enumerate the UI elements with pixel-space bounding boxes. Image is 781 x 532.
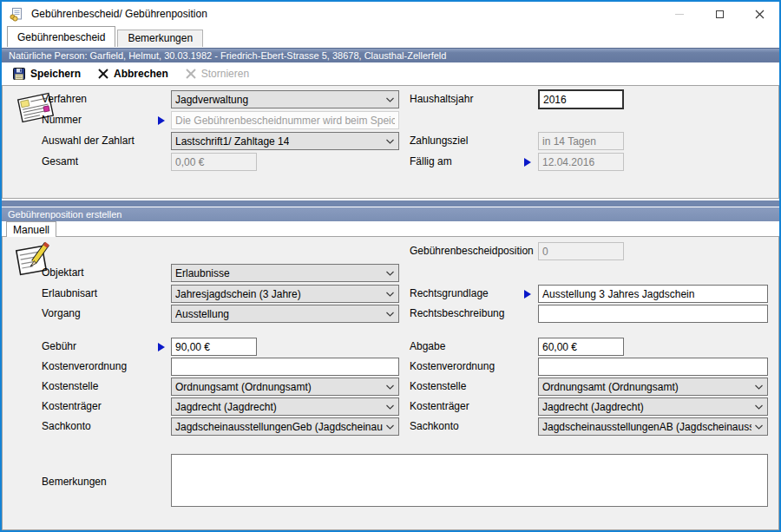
nummer-label: Nummer [42, 111, 82, 129]
objektart-label: Objektart [42, 264, 84, 282]
rechtsbeschreibung-label: Rechtsbeschreibung [410, 305, 504, 323]
person-info-bar: Natürliche Person: Garfield, Helmut, 30.… [2, 48, 779, 62]
save-button[interactable]: Speichern [8, 66, 86, 82]
zahlungsziel-label: Zahlungsziel [410, 132, 468, 150]
close-icon [755, 10, 765, 19]
gebuehrenbescheidposition-label: Gebührenbescheidposition [410, 242, 534, 260]
save-floppy-icon [13, 68, 25, 80]
kostentraeger-right-select[interactable]: Jagdrecht (Jagdrecht) [538, 397, 768, 416]
zahlart-select[interactable]: Lastschrift1/ Zahltage 14 [171, 132, 399, 150]
gebuehr-label: Gebühr [42, 338, 76, 356]
tab-manuell[interactable]: Manuell [6, 221, 56, 237]
save-label: Speichern [30, 68, 81, 80]
gesamt-label: Gesamt [42, 153, 78, 171]
kostentraeger-left-value: Jagdrecht (Jagdrecht) [175, 401, 277, 413]
chevron-down-icon [755, 404, 763, 410]
kostenstelle-left-select[interactable]: Ordnungsamt (Ordnungsamt) [171, 378, 399, 396]
required-arrow-icon [158, 343, 165, 351]
chevron-down-icon [386, 312, 394, 317]
sachkonto-right-label: Sachkonto [410, 417, 459, 436]
kostenstelle-right-select[interactable]: Ordnungsamt (Ordnungsamt) [538, 378, 768, 396]
objektart-select[interactable]: Erlaubnisse [171, 264, 399, 282]
sachkonto-right-select[interactable]: JagdscheinausstellungenAB (Jagdscheinaus… [538, 417, 768, 436]
abgabe-input[interactable] [538, 338, 624, 356]
rechtsbeschreibung-input[interactable] [538, 305, 768, 323]
required-arrow-icon [524, 158, 531, 167]
section-header: Gebührenposition erstellen [2, 207, 779, 221]
dialog-window: Gebührenbescheid/ Gebührenposition Gebüh… [0, 0, 781, 532]
sachkonto-left-label: Sachkonto [42, 417, 91, 436]
vorgang-select[interactable]: Ausstellung [171, 305, 399, 323]
erlaubnisart-value: Jahresjagdschein (3 Jahre) [175, 288, 301, 300]
vorgang-label: Vorgang [42, 305, 81, 323]
tab-bemerkungen[interactable]: Bemerkungen [117, 30, 203, 47]
faellig-input [538, 153, 624, 171]
minimize-button [660, 2, 699, 26]
chevron-down-icon [386, 424, 394, 430]
fee-document-icon [9, 7, 23, 22]
maximize-icon [716, 10, 724, 18]
cancel-button[interactable]: Abbrechen [93, 66, 174, 82]
minimize-icon [675, 14, 684, 15]
kostenstelle-left-value: Ordnungsamt (Ordnungsamt) [175, 381, 312, 393]
kostentraeger-left-select[interactable]: Jagdrecht (Jagdrecht) [171, 397, 399, 416]
rechtsgrundlage-input[interactable] [538, 285, 768, 303]
sachkonto-left-value: JagdscheinausstellungenGeb (Jagdscheinau… [175, 421, 383, 433]
chevron-down-icon [386, 97, 394, 102]
kostentraeger-left-label: Kostenträger [42, 397, 102, 416]
chevron-down-icon [386, 271, 394, 276]
storno-button: Stornieren [180, 66, 254, 82]
storno-label: Stornieren [201, 68, 249, 80]
chevron-down-icon [386, 384, 394, 390]
chevron-down-icon [755, 384, 763, 390]
sachkonto-left-select[interactable]: JagdscheinausstellungenGeb (Jagdscheinau… [171, 417, 399, 436]
maximize-button[interactable] [699, 2, 739, 26]
section-divider [2, 200, 779, 207]
close-button[interactable] [739, 2, 779, 26]
required-arrow-icon [158, 116, 165, 125]
vorgang-value: Ausstellung [175, 308, 229, 320]
kostentraeger-right-label: Kostenträger [410, 397, 469, 416]
zahlart-value: Lastschrift1/ Zahltage 14 [175, 135, 289, 148]
chevron-down-icon [386, 292, 394, 297]
objektart-value: Erlaubnisse [175, 267, 230, 279]
cancel-label: Abbrechen [114, 68, 168, 80]
gebuehrenbescheidposition-input [538, 242, 624, 260]
sachkonto-right-value: JagdscheinausstellungenAB (Jagdscheinaus… [542, 421, 751, 433]
kostenstelle-left-label: Kostenstelle [42, 378, 98, 396]
nummer-input[interactable] [171, 111, 399, 129]
window-title: Gebührenbescheid/ Gebührenposition [31, 8, 207, 20]
faellig-label: Fällig am [410, 153, 452, 171]
haushaltsjahr-label: Haushaltsjahr [410, 90, 473, 108]
kostenverordnung-left-label: Kostenverordnung [42, 358, 127, 376]
kostentraeger-right-value: Jagdrecht (Jagdrecht) [542, 401, 644, 413]
chevron-down-icon [755, 424, 763, 430]
gesamt-input [171, 153, 257, 171]
bemerkungen-textarea[interactable] [171, 454, 768, 507]
zahlart-label: Auswahl der Zahlart [42, 132, 135, 150]
title-bar: Gebührenbescheid/ Gebührenposition [2, 2, 779, 26]
rechtsgrundlage-label: Rechtsgrundlage [410, 285, 489, 303]
gebuehr-input[interactable] [171, 338, 257, 356]
verfahren-label: Verfahren [42, 90, 87, 108]
haushaltsjahr-input[interactable] [538, 89, 624, 109]
kostenverordnung-right-input[interactable] [538, 358, 768, 376]
tab-gebuehrenbescheid[interactable]: Gebührenbescheid [7, 26, 115, 47]
zahlungsziel-input [538, 132, 624, 150]
kostenverordnung-left-input[interactable] [171, 358, 399, 376]
caption-buttons [660, 2, 779, 26]
erlaubnisart-label: Erlaubnisart [42, 285, 97, 303]
bemerkungen-label: Bemerkungen [42, 473, 107, 491]
chevron-down-icon [386, 139, 394, 144]
main-tab-strip: Gebührenbescheid Bemerkungen [2, 26, 779, 47]
kostenverordnung-right-label: Kostenverordnung [410, 358, 495, 376]
verfahren-select[interactable]: Jagdverwaltung [171, 90, 399, 108]
kostenstelle-right-value: Ordnungsamt (Ordnungsamt) [542, 381, 679, 393]
toolbar: Speichern Abbrechen Stornieren [2, 62, 779, 85]
chevron-down-icon [386, 404, 394, 410]
kostenstelle-right-label: Kostenstelle [410, 378, 466, 396]
cancel-x-icon [98, 69, 108, 79]
abgabe-label: Abgabe [410, 338, 445, 356]
verfahren-value: Jagdverwaltung [175, 94, 248, 106]
erlaubnisart-select[interactable]: Jahresjagdschein (3 Jahre) [171, 285, 399, 303]
